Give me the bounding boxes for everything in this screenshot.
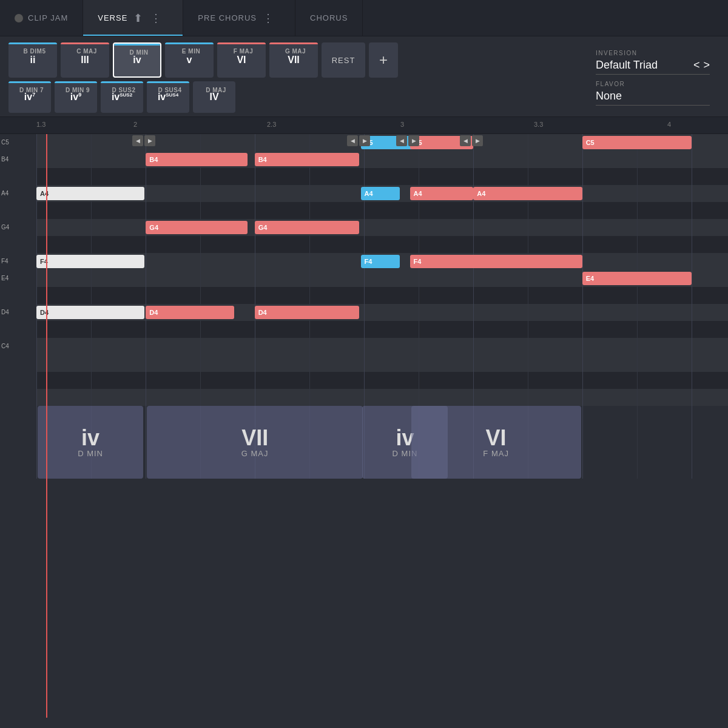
note-row-Ab4 [36,202,728,219]
tab-prechorus[interactable]: PRE CHORUS ⋮ [183,0,295,36]
marker-3-3: 3.3 [534,121,543,128]
rest-button[interactable]: REST [322,42,365,78]
piano-roll-container: 1.3 2 2.3 3 3.3 4 C5B4A4G4F4E4D4C4D5B4B4… [0,117,728,718]
note-14[interactable]: D4 [255,306,360,319]
tab-verse-label: VERSE [98,13,127,22]
piano-roll-grid[interactable]: C5B4A4G4F4E4D4C4D5B4B4A4A4A4A4G4G4F4F4F4… [0,134,728,718]
scroll-prev-3[interactable]: ◀ [460,135,471,146]
chord-VII[interactable]: VII G MAJ [269,42,318,78]
note-13[interactable]: D4 [146,306,234,319]
chord-palette-area: ii B DIM5 III C MAJ iv D MIN v E MIN VI … [0,36,728,117]
chord-III[interactable]: III C MAJ [61,42,109,78]
note-3[interactable]: A4 [36,187,144,200]
inversion-prev[interactable]: < [693,59,700,72]
note-2[interactable]: B4 [255,153,360,166]
tab-chorus-label: CHORUS [310,13,348,22]
key-label-B4: B4 [1,151,8,168]
scroll-nav-2[interactable]: ◀▶ [396,135,419,146]
note-4[interactable]: A4 [361,187,400,200]
chord-IV[interactable]: IV D MAJ [193,81,235,113]
note-9[interactable]: F4 [36,255,144,268]
flavor-label: FLAVOR [596,81,710,87]
scroll-next-3[interactable]: ▶ [472,135,483,146]
inversion-panel: INVERSION Default Triad < > FLAVOR None [586,45,720,110]
tab-clipjam[interactable]: CLIP JAM [0,0,83,36]
key-label-D4: D4 [1,304,9,321]
scroll-next-0[interactable]: ▶ [144,135,155,146]
add-button[interactable]: + [369,42,398,78]
chord-iv9[interactable]: iv9 D MIN 9 [55,81,97,113]
chord-block-3[interactable]: VIF MAJ [411,406,581,479]
scroll-prev-0[interactable]: ◀ [132,135,143,146]
note-12[interactable]: D4 [36,306,144,319]
inversion-next[interactable]: > [703,59,710,72]
note-row-B3 [36,355,728,372]
note-row-A3 [36,389,728,406]
tab-verse[interactable]: VERSE ⬆ ⋮ [83,0,183,36]
note-7[interactable]: G4 [146,221,247,234]
chord-iv[interactable]: iv D MIN [113,42,161,78]
note-row-Fs4 [36,236,728,253]
flavor-value: None [596,90,710,106]
timeline-ruler: 1.3 2 2.3 3 3.3 4 [0,117,728,134]
note-16[interactable]: C5 [582,136,692,149]
note-11[interactable]: F4 [410,255,582,268]
chord-ivsus4[interactable]: ivSUS4 D SUS4 [147,81,189,113]
more-icon[interactable]: ⋮ [150,12,162,25]
marker-2-3: 2.3 [267,121,276,128]
scroll-prev-1[interactable]: ◀ [347,135,358,146]
upload-icon[interactable]: ⬆ [133,12,143,25]
key-label-C4: C4 [1,338,9,355]
tab-chorus[interactable]: CHORUS [295,0,363,36]
chord-ivsus2[interactable]: ivSUS2 D SUS2 [101,81,143,113]
key-label-G4: G4 [1,219,9,236]
inversion-value-row: Default Triad < > [596,59,710,75]
note-row-G4 [36,219,728,236]
tab-prechorus-label: PRE CHORUS [198,13,257,22]
key-label-A4: A4 [1,185,8,202]
marker-2: 2 [133,121,137,128]
chord-ii[interactable]: ii B DIM5 [8,42,57,78]
scroll-nav-1[interactable]: ◀▶ [347,135,370,146]
key-label-C5: C5 [1,134,9,151]
note-row-Bb3 [36,372,728,389]
inversion-value: Default Triad [596,59,658,72]
scroll-prev-2[interactable]: ◀ [396,135,407,146]
chord-block-0[interactable]: ivD MIN [38,406,143,479]
chord-VI[interactable]: VI F MAJ [217,42,266,78]
key-label-F4: F4 [1,253,8,270]
note-row-Eb4 [36,287,728,304]
note-8[interactable]: G4 [255,221,360,234]
scroll-nav-3[interactable]: ◀▶ [460,135,483,146]
tab-verse-icons: ⬆ ⋮ [127,12,168,25]
chord-v[interactable]: v E MIN [165,42,214,78]
scroll-nav-0[interactable]: ◀▶ [132,135,155,146]
tab-circle-icon [15,14,23,22]
chord-iv7[interactable]: iv7 D MIN 7 [8,81,51,113]
inversion-label: INVERSION [596,50,710,56]
scroll-next-2[interactable]: ▶ [408,135,419,146]
key-label-E4: E4 [1,270,8,287]
marker-4: 4 [667,121,671,128]
more2-icon[interactable]: ⋮ [263,12,274,25]
scroll-next-1[interactable]: ▶ [359,135,370,146]
note-6[interactable]: A4 [473,187,582,200]
roll-fill-area [36,479,728,718]
note-1[interactable]: B4 [146,153,247,166]
chord-row-2: iv7 D MIN 7 iv9 D MIN 9 ivSUS2 D SUS2 iv… [8,81,398,113]
note-10[interactable]: F4 [361,255,400,268]
note-17[interactable]: E4 [582,272,692,285]
tab-bar: CLIP JAM VERSE ⬆ ⋮ PRE CHORUS ⋮ CHORUS [0,0,728,36]
marker-1-3: 1.3 [36,121,46,128]
chord-row-1: ii B DIM5 III C MAJ iv D MIN v E MIN VI … [8,42,398,78]
playhead [46,134,47,718]
chord-block-1[interactable]: VIIG MAJ [147,406,363,479]
inversion-nav[interactable]: < > [693,59,710,72]
chord-section-main: ii B DIM5 III C MAJ iv D MIN v E MIN VI … [8,42,398,113]
note-row-Cs4 [36,321,728,338]
note-row-C4 [36,338,728,355]
note-5[interactable]: A4 [410,187,474,200]
note-row-B4 [36,151,728,168]
marker-3: 3 [400,121,404,128]
tab-prechorus-icons: ⋮ [257,12,280,25]
